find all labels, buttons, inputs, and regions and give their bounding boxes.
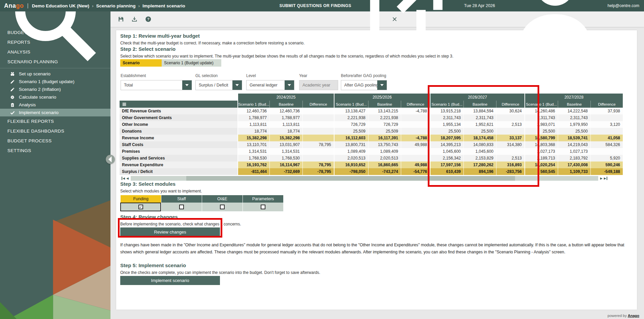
- filter-dropdown[interactable]: General ledger: [246, 80, 294, 90]
- filter-level: LevelGeneral ledger: [246, 73, 294, 90]
- cell-value: 2,513: [496, 121, 524, 128]
- cell-value: [302, 121, 334, 128]
- module-header[interactable]: Parameters: [243, 195, 283, 203]
- filter-dropdown[interactable]: Total: [121, 80, 192, 90]
- cell-value: 14,395,213: [430, 141, 463, 148]
- module-checkbox[interactable]: ✓: [138, 205, 143, 209]
- cell-value: 610,439: [430, 168, 463, 175]
- filter-dropdown[interactable]: Surplus / Deficit: [195, 80, 242, 90]
- table-row: Surplus / Deficit-811,464-732,669-78,795…: [120, 168, 623, 175]
- scrollbar-track[interactable]: [131, 176, 598, 181]
- row-label: Donations: [120, 128, 237, 135]
- column-header[interactable]: Baseline: [269, 101, 302, 108]
- sidebar-item-implement-scenario[interactable]: Implement scenario: [0, 109, 110, 116]
- module-header[interactable]: Staff: [161, 195, 202, 203]
- row-label: Supplies and Services: [120, 155, 237, 162]
- cell-value: 25,509: [334, 128, 368, 135]
- cell-value: 25,500: [558, 128, 590, 135]
- sidebar-search[interactable]: [0, 11, 110, 27]
- row-label: Staff Costs: [120, 141, 237, 148]
- table-menu-header[interactable]: [120, 101, 237, 108]
- sidebar-item-budget-process[interactable]: BUDGET PROCESS: [0, 136, 110, 146]
- sidebar-item-flexible-reports[interactable]: FLEXIBLE REPORTS: [0, 116, 110, 126]
- submit-questions-label: SUBMIT QUESTIONS OR FINDINGS: [280, 3, 351, 8]
- step3-desc: Select which modules you want to impleme…: [120, 189, 202, 193]
- user-account[interactable]: help@centre.com: [505, 0, 639, 56]
- user-icon: [505, 0, 606, 56]
- breadcrumb-item[interactable]: Demo Education UK (New): [32, 3, 89, 8]
- column-header[interactable]: Scenario 1 (Bud...: [237, 101, 269, 108]
- column-header[interactable]: Difference: [401, 101, 430, 108]
- scenario-value[interactable]: Scenario 1 (Budget update): [162, 59, 221, 67]
- top-bar: Anago | Demo Education UK (New)›Scenario…: [0, 0, 644, 11]
- filter-value: Total: [121, 80, 182, 90]
- scroll-right-icons[interactable]: ▶▶: [598, 177, 609, 180]
- sidebar-item-label: Calculate scenario: [19, 93, 56, 101]
- chevron-down-icon[interactable]: [377, 80, 387, 90]
- module-checkbox[interactable]: [220, 205, 225, 209]
- column-header[interactable]: Difference: [302, 101, 334, 108]
- cell-value: 33,137: [496, 135, 524, 141]
- scenario-selector[interactable]: Scenario Scenario 1 (Budget update): [120, 59, 221, 67]
- column-header[interactable]: Scenario 1 (Bud...: [334, 101, 368, 108]
- scroll-left-icons[interactable]: ◀◀: [120, 177, 131, 180]
- cell-value: 2,311,743: [558, 114, 590, 121]
- column-header[interactable]: Scenario 1 (Bud...: [430, 101, 463, 108]
- cell-value: 14,080,833: [463, 141, 496, 148]
- filter-dropdown[interactable]: After GAG pooling: [341, 80, 387, 90]
- column-header[interactable]: Baseline: [463, 101, 496, 108]
- scrollbar-thumb[interactable]: [186, 176, 515, 181]
- submit-questions-link[interactable]: SUBMIT QUESTIONS OR FINDINGS: [280, 0, 455, 56]
- sidebar-item-scenario-2-inflation-[interactable]: Scenario 2 (Inflation): [0, 85, 110, 93]
- cell-value: [401, 121, 430, 128]
- cell-value: 18,020,254: [524, 162, 558, 168]
- sidebar: BUDGETREPORTSANALYSISSCENARIO PLANNINGSe…: [0, 11, 110, 319]
- column-header[interactable]: Baseline: [558, 101, 590, 108]
- year-group-header: 2027/2028: [524, 94, 623, 101]
- help-icon[interactable]: ?: [145, 16, 151, 23]
- hamburger-icon[interactable]: [122, 102, 127, 107]
- cell-value: 1,788,977: [237, 114, 269, 121]
- module-checkbox[interactable]: [179, 205, 184, 209]
- chevron-down-icon[interactable]: [232, 80, 242, 90]
- cell-value: 25,500: [524, 128, 558, 135]
- module-checkbox[interactable]: [261, 205, 265, 209]
- footer-brand[interactable]: Anago: [628, 314, 639, 318]
- breadcrumb-item[interactable]: Scenario planning: [96, 3, 135, 8]
- sidebar-item-set-up-scenario[interactable]: Set up scenario: [0, 70, 110, 78]
- cell-value: 584,326: [590, 141, 623, 148]
- module-header[interactable]: OI&E: [202, 195, 243, 203]
- column-header[interactable]: Difference: [590, 101, 623, 108]
- cell-value: 16,193,762: [237, 162, 269, 168]
- filter-label: Level: [246, 73, 294, 78]
- module-header[interactable]: Funding: [120, 195, 161, 203]
- save-icon[interactable]: [118, 16, 124, 23]
- cell-value: 49,988: [401, 141, 430, 148]
- cell-value: 2,311,743: [524, 114, 558, 121]
- column-header[interactable]: Baseline: [368, 101, 401, 108]
- sidebar-item-settings[interactable]: SETTINGS: [0, 146, 110, 155]
- cell-value: [401, 114, 430, 121]
- cell-value: 17,430,008: [558, 162, 590, 168]
- implement-scenario-button[interactable]: Implement scenario: [120, 276, 220, 285]
- breadcrumb-item[interactable]: Implement scenario: [142, 3, 185, 8]
- column-header[interactable]: Scenario 1 (Bud...: [524, 101, 558, 108]
- chevron-down-icon[interactable]: [285, 80, 294, 90]
- cell-value: 14,260,486: [524, 108, 558, 114]
- chevron-left-icon: [106, 155, 115, 164]
- sidebar-item-flexible-dashboards[interactable]: FLEXIBLE DASHBOARDS: [0, 126, 110, 136]
- cell-value: 18,580,799: [524, 135, 558, 141]
- sidebar-item-scenario-1-budget-update-[interactable]: Scenario 1 (Budget update): [0, 78, 110, 85]
- download-icon[interactable]: [131, 16, 137, 23]
- logo-separator: |: [27, 3, 29, 9]
- cell-value: 16,910,652: [334, 162, 368, 168]
- app-logo: Anago: [4, 2, 24, 9]
- cell-value: [590, 114, 623, 121]
- sidebar-item-calculate-scenario[interactable]: Calculate scenario: [0, 93, 110, 101]
- sidebar-collapse-button[interactable]: [106, 155, 115, 164]
- cell-value: -549,188: [590, 168, 623, 175]
- chevron-down-icon[interactable]: [182, 80, 192, 90]
- sidebar-item-analysis[interactable]: Analysis: [0, 101, 110, 109]
- column-header[interactable]: Difference: [496, 101, 524, 108]
- review-changes-button[interactable]: Review changes: [120, 227, 220, 237]
